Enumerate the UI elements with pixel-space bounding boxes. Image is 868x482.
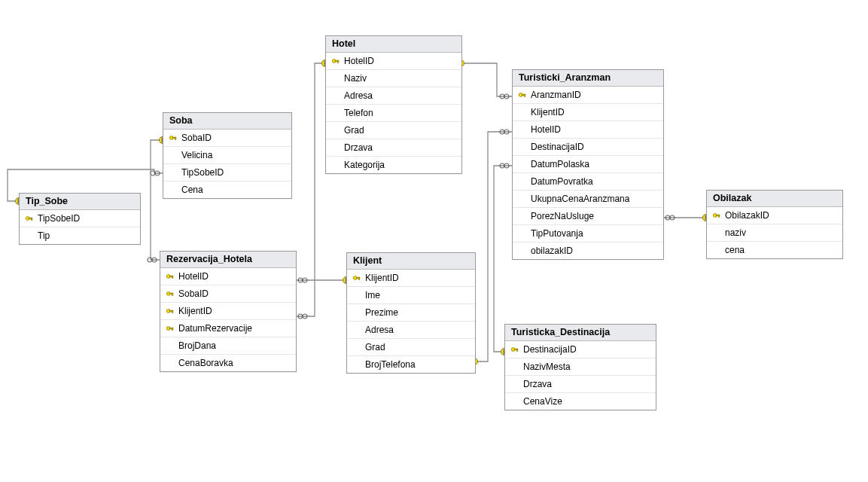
table-rezervacija-hotela[interactable]: Rezervacija_Hotela HotelID SobaID Klijen… xyxy=(160,251,297,372)
column-row[interactable]: KlijentID xyxy=(513,104,663,121)
column-row[interactable]: Velicina xyxy=(163,147,291,164)
column-row[interactable]: BrojDana xyxy=(160,337,296,355)
column-row[interactable]: CenaBoravka xyxy=(160,355,296,371)
column-row[interactable]: ObilazakID xyxy=(707,207,842,224)
column-row[interactable]: Telefon xyxy=(326,105,461,122)
column-name: DestinacijaID xyxy=(529,142,584,152)
column-row[interactable]: DatumPolaska xyxy=(513,156,663,173)
column-name: KlijentID xyxy=(364,273,399,283)
column-row[interactable]: Ime xyxy=(347,287,475,304)
svg-rect-24 xyxy=(337,60,339,63)
column-name: BrojTelefona xyxy=(364,359,416,370)
key-icon xyxy=(166,289,175,298)
table-turisticki-aranzman[interactable]: Turisticki_Aranzman AranzmanID KlijentID… xyxy=(512,69,664,260)
column-row[interactable]: Cena xyxy=(163,182,291,198)
column-row[interactable]: HotelID xyxy=(513,121,663,139)
column-row[interactable]: SobaID xyxy=(163,130,291,147)
column-row[interactable]: DatumPovratka xyxy=(513,173,663,191)
column-name: KlijentID xyxy=(529,107,565,117)
column-name: Ime xyxy=(364,290,380,300)
table-title: Rezervacija_Hotela xyxy=(160,252,296,268)
column-row[interactable]: Kategorija xyxy=(326,157,461,173)
column-name: SobaID xyxy=(177,288,209,299)
column-name: cena xyxy=(723,245,745,255)
svg-rect-12 xyxy=(172,276,173,278)
column-name: obilazakID xyxy=(529,246,573,256)
table-title: Soba xyxy=(163,113,291,130)
key-icon xyxy=(331,56,340,66)
column-row[interactable]: HotelID xyxy=(160,268,296,285)
column-row[interactable]: KlijentID xyxy=(160,303,296,320)
column-name: BrojDana xyxy=(177,340,216,351)
column-name: Tip xyxy=(36,230,50,241)
column-row[interactable]: NazivMesta xyxy=(505,358,656,376)
column-row[interactable]: Grad xyxy=(347,339,475,356)
column-row[interactable]: TipSobeID xyxy=(163,164,291,182)
column-row[interactable]: Adresa xyxy=(326,87,461,105)
column-row[interactable]: SobaID xyxy=(160,285,296,303)
column-row[interactable]: cena xyxy=(707,242,842,258)
svg-rect-6 xyxy=(31,218,32,220)
column-row[interactable]: Adresa xyxy=(347,322,475,339)
key-icon xyxy=(510,345,519,354)
column-row[interactable]: DestinacijaID xyxy=(505,341,656,358)
column-row[interactable]: TipSobeID xyxy=(20,210,140,227)
table-turisticka-destinacija[interactable]: Turisticka_Destinacija DestinacijaID Naz… xyxy=(504,324,656,410)
key-icon xyxy=(169,133,178,142)
column-name: Naziv xyxy=(343,73,367,84)
table-hotel[interactable]: Hotel HotelID Naziv Adresa Telefon Grad … xyxy=(325,35,462,174)
column-row[interactable]: TipPutovanja xyxy=(513,225,663,243)
column-row[interactable]: UkupnaCenaAranzmana xyxy=(513,191,663,208)
column-name: KlijentID xyxy=(177,306,212,316)
column-name: Adresa xyxy=(343,90,373,101)
column-row[interactable]: Tip xyxy=(20,227,140,244)
column-row[interactable]: Drzava xyxy=(505,376,656,393)
svg-rect-15 xyxy=(172,293,173,295)
table-title: Hotel xyxy=(326,36,461,53)
column-name: TipSobeID xyxy=(180,167,224,178)
column-name: Grad xyxy=(364,342,385,352)
column-row[interactable]: DestinacijaID xyxy=(513,139,663,156)
column-row[interactable]: naziv xyxy=(707,224,842,242)
column-name: CenaBoravka xyxy=(177,358,233,368)
column-row[interactable]: HotelID xyxy=(326,53,461,70)
column-row[interactable]: KlijentID xyxy=(347,270,475,287)
column-name: HotelID xyxy=(177,271,209,282)
table-title: Turisticka_Destinacija xyxy=(505,325,656,341)
table-obilazak[interactable]: Obilazak ObilazakID naziv cena xyxy=(706,190,843,259)
column-row[interactable]: Drzava xyxy=(326,139,461,157)
column-name: UkupnaCenaAranzmana xyxy=(529,194,629,204)
column-row[interactable]: PorezNaUsluge xyxy=(513,208,663,225)
table-klijent[interactable]: Klijent KlijentID Ime Prezime Adresa Gra… xyxy=(346,252,476,374)
key-icon xyxy=(166,272,175,281)
svg-rect-36 xyxy=(718,215,720,217)
table-title: Tip_Sobe xyxy=(20,194,140,210)
column-name: ObilazakID xyxy=(723,210,769,221)
column-name: Telefon xyxy=(343,108,373,118)
table-title: Klijent xyxy=(347,253,475,270)
column-name: SobaID xyxy=(180,133,212,143)
column-name: DestinacijaID xyxy=(522,344,577,355)
svg-rect-21 xyxy=(172,328,173,330)
column-name: Drzava xyxy=(522,379,552,389)
svg-rect-33 xyxy=(516,349,518,351)
svg-rect-30 xyxy=(524,94,525,96)
table-tip-sobe[interactable]: Tip_Sobe TipSobeID Tip xyxy=(19,193,141,245)
column-row[interactable]: DatumRezervacije xyxy=(160,320,296,337)
table-soba[interactable]: Soba SobaID Velicina TipSobeID Cena xyxy=(163,112,292,199)
column-row[interactable]: Grad xyxy=(326,122,461,139)
column-row[interactable]: CenaVize xyxy=(505,393,656,410)
column-name: TipPutovanja xyxy=(529,228,583,239)
column-name: HotelID xyxy=(343,56,374,66)
column-row[interactable]: AranzmanID xyxy=(513,87,663,104)
column-row[interactable]: Naziv xyxy=(326,70,461,87)
column-row[interactable]: obilazakID xyxy=(513,243,663,259)
column-row[interactable]: Prezime xyxy=(347,304,475,322)
column-name: Adresa xyxy=(364,325,394,335)
column-name: Prezime xyxy=(364,307,398,318)
key-icon xyxy=(166,324,175,333)
column-name: DatumPolaska xyxy=(529,159,589,169)
column-name: Drzava xyxy=(343,142,373,153)
column-row[interactable]: BrojTelefona xyxy=(347,356,475,373)
column-name: Cena xyxy=(180,185,203,195)
